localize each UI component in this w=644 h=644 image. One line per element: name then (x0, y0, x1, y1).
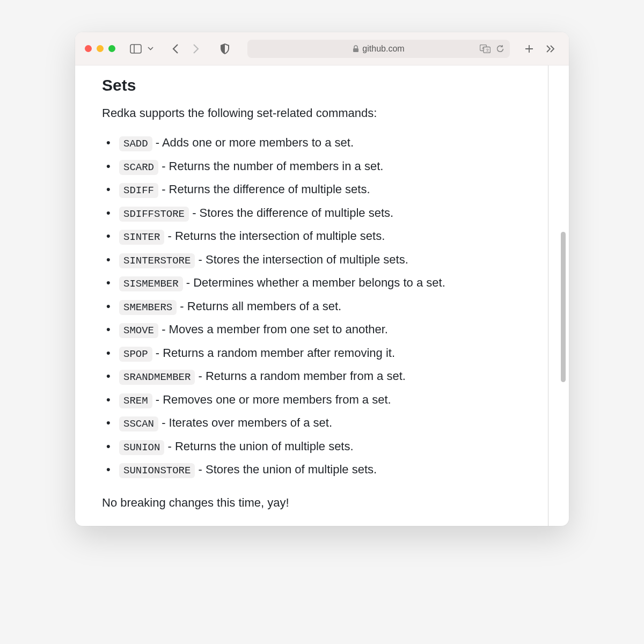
command-desc: - Stores the union of multiple sets. (195, 463, 377, 476)
list-item: SINTER - Returns the intersection of mul… (119, 227, 542, 245)
sidebar-dropdown-button[interactable] (145, 40, 155, 57)
plus-icon (524, 44, 534, 54)
command-name[interactable]: SREM (119, 393, 152, 408)
list-item: SUNIONSTORE - Stores the union of multip… (119, 460, 542, 479)
command-name[interactable]: SINTERSTORE (119, 253, 195, 268)
command-desc: - Moves a member from one set to another… (158, 323, 388, 336)
window-controls (85, 45, 115, 52)
command-desc: - Returns a random member after removing… (152, 346, 395, 360)
list-item: SDIFFSTORE - Stores the difference of mu… (119, 204, 542, 222)
command-name[interactable]: SDIFFSTORE (119, 207, 189, 222)
list-item: SDIFF - Returns the difference of multip… (119, 180, 542, 199)
command-name[interactable]: SUNION (119, 440, 164, 455)
chevron-right-icon (192, 43, 200, 54)
closing-text: No breaking changes this time, yay! (102, 494, 542, 511)
list-item: SREM - Removes one or more members from … (119, 391, 542, 409)
commands-list: SADD - Adds one or more members to a set… (102, 134, 542, 479)
command-desc: - Removes one or more members from a set… (152, 393, 391, 406)
reload-button[interactable] (496, 45, 504, 53)
scrollbar-track[interactable] (559, 65, 567, 526)
address-right-controls: A 文 (480, 45, 504, 53)
command-name[interactable]: SCARD (119, 160, 158, 175)
command-desc: - Returns all members of a set. (177, 299, 341, 313)
privacy-button[interactable] (216, 40, 233, 57)
list-item: SRANDMEMBER - Returns a random member fr… (119, 367, 542, 385)
sidebar-toggle-button[interactable] (127, 40, 144, 57)
command-desc: - Adds one or more members to a set. (152, 136, 354, 149)
reload-icon (496, 45, 504, 53)
close-window-button[interactable] (85, 45, 92, 52)
command-desc: - Stores the difference of multiple sets… (189, 206, 393, 219)
svg-text:A: A (482, 46, 485, 49)
intro-text: Redka supports the following set-related… (102, 104, 542, 122)
overflow-button[interactable] (542, 40, 559, 57)
scrollbar-thumb[interactable] (561, 232, 566, 382)
command-desc: - Returns the intersection of multiple s… (164, 229, 385, 243)
svg-text:文: 文 (486, 48, 489, 52)
list-item: SINTERSTORE - Stores the intersection of… (119, 251, 542, 269)
command-desc: - Returns the difference of multiple set… (158, 182, 370, 196)
command-name[interactable]: SPOP (119, 347, 152, 362)
command-name[interactable]: SDIFF (119, 183, 158, 198)
translate-button[interactable]: A 文 (480, 45, 491, 53)
address-bar[interactable]: github.com A 文 (247, 40, 510, 58)
lock-icon (353, 45, 359, 53)
list-item: SUNION - Returns the union of multiple s… (119, 437, 542, 456)
shield-icon (220, 43, 230, 54)
command-desc: - Returns the number of members in a set… (158, 159, 383, 173)
list-item: SMOVE - Moves a member from one set to a… (119, 320, 542, 339)
command-desc: - Returns a random member from a set. (195, 369, 405, 383)
svg-rect-2 (353, 48, 358, 52)
chevron-left-icon (172, 43, 179, 54)
command-name[interactable]: SISMEMBER (119, 276, 183, 291)
translate-icon: A 文 (480, 45, 491, 53)
minimize-window-button[interactable] (97, 45, 104, 52)
command-name[interactable]: SADD (119, 136, 152, 151)
list-item: SCARD - Returns the number of members in… (119, 157, 542, 175)
content-wrapper: Sets Redka supports the following set-re… (75, 65, 569, 526)
nav-buttons (167, 40, 204, 57)
command-name[interactable]: SUNIONSTORE (119, 463, 195, 478)
list-item: SADD - Adds one or more members to a set… (119, 134, 542, 152)
command-name[interactable]: SSCAN (119, 416, 158, 431)
command-name[interactable]: SINTER (119, 230, 164, 245)
forward-button[interactable] (187, 40, 204, 57)
command-desc: - Determines whether a member belongs to… (183, 276, 445, 289)
address-text: github.com (362, 44, 404, 54)
sidebar-toggle-group (127, 40, 155, 57)
command-name[interactable]: SRANDMEMBER (119, 370, 195, 385)
list-item: SSCAN - Iterates over members of a set. (119, 414, 542, 432)
list-item: SPOP - Returns a random member after rem… (119, 344, 542, 362)
command-desc: - Stores the intersection of multiple se… (195, 253, 408, 266)
list-item: SISMEMBER - Determines whether a member … (119, 274, 542, 292)
browser-window: github.com A 文 (75, 32, 569, 526)
command-name[interactable]: SMOVE (119, 323, 158, 338)
chevron-down-icon (148, 47, 153, 50)
svg-rect-0 (130, 45, 141, 53)
command-desc: - Iterates over members of a set. (158, 416, 332, 429)
maximize-window-button[interactable] (108, 45, 115, 52)
browser-toolbar: github.com A 文 (75, 32, 569, 65)
sidebar-icon (130, 44, 142, 54)
page-content: Sets Redka supports the following set-re… (75, 65, 569, 526)
new-tab-button[interactable] (521, 40, 538, 57)
section-heading: Sets (102, 76, 542, 94)
list-item: SMEMBERS - Returns all members of a set. (119, 297, 542, 316)
command-desc: - Returns the union of multiple sets. (164, 440, 353, 453)
command-name[interactable]: SMEMBERS (119, 300, 177, 315)
chevron-double-right-icon (546, 45, 555, 53)
back-button[interactable] (167, 40, 184, 57)
